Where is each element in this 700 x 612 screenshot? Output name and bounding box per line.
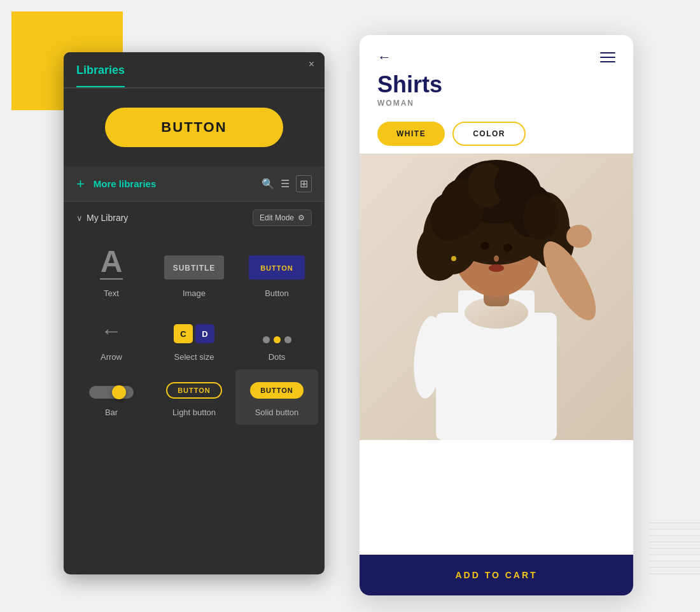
solid-button-item-label: Solid button — [255, 408, 299, 417]
size-boxes: C D — [174, 324, 214, 343]
arrow-symbol: ← — [101, 318, 122, 343]
list-view-icon[interactable]: ☰ — [281, 178, 290, 190]
library-item-image[interactable]: SUBTITLE Image — [153, 234, 235, 306]
library-item-text[interactable]: A Text — [70, 234, 153, 306]
button-item-label: Button — [265, 288, 289, 298]
library-item-bar[interactable]: Bar — [70, 369, 153, 425]
bar-item-label: Bar — [105, 408, 118, 417]
library-item-arrow[interactable]: ← Arrow — [70, 306, 153, 369]
dots-wrapper — [263, 336, 291, 343]
size-c-box: C — [174, 324, 193, 343]
add-to-cart-label: ADD TO CART — [455, 570, 537, 580]
panel-header: Libraries × — [64, 52, 325, 89]
toolbar-row: + More libraries 🔍 ☰ ⊞ — [64, 166, 325, 202]
svg-point-15 — [494, 164, 530, 204]
library-item-dots[interactable]: Dots — [235, 306, 318, 369]
button-preview-area: BUTTON — [64, 89, 325, 166]
libraries-tab[interactable]: Libraries — [76, 64, 125, 87]
subtitle-text: SUBTITLE — [173, 264, 216, 273]
close-icon[interactable]: × — [309, 59, 314, 70]
app-preview: ← Shirts WOMAN WHITE COLOR — [360, 35, 633, 595]
grid-view-icon[interactable]: ⊞ — [296, 175, 312, 192]
subtitle-box: SUBTITLE — [164, 255, 225, 280]
library-item-button[interactable]: BUTTON Button — [235, 234, 318, 306]
arrow-icon: ← — [101, 318, 122, 343]
select-size-item-label: Select size — [174, 352, 214, 362]
button-comp-icon: BUTTON — [249, 255, 305, 280]
bar-track — [89, 386, 134, 399]
toolbar-view-icons: 🔍 ☰ ⊞ — [262, 175, 312, 192]
app-title-section: Shirts WOMAN — [360, 72, 633, 114]
text-icon-wrapper: A — [100, 246, 123, 280]
svg-point-19 — [523, 194, 559, 240]
menu-line-2 — [600, 57, 615, 58]
product-subtitle: WOMAN — [377, 99, 615, 108]
dot-2 — [274, 336, 281, 343]
add-to-cart-bar[interactable]: ADD TO CART — [360, 555, 633, 595]
svg-point-18 — [430, 193, 468, 241]
image-item-label: Image — [183, 288, 206, 298]
libraries-panel: Libraries × BUTTON + More libraries 🔍 ☰ … — [64, 52, 325, 574]
library-item-light-button[interactable]: BUTTON Light button — [153, 369, 235, 425]
light-button-item-label: Light button — [172, 408, 216, 417]
library-grid: A Text SUBTITLE Image BUTTON Button — [64, 234, 325, 425]
chevron-icon: ∨ — [76, 213, 83, 223]
menu-line-1 — [600, 52, 615, 53]
svg-rect-2 — [436, 313, 557, 440]
filter-white-button[interactable]: WHITE — [377, 122, 445, 146]
text-underline — [100, 278, 123, 280]
search-icon[interactable]: 🔍 — [262, 178, 274, 190]
select-size-icon: C D — [174, 324, 214, 343]
product-image-container — [360, 153, 633, 440]
menu-icon[interactable] — [600, 52, 615, 62]
menu-line-3 — [600, 61, 615, 62]
gear-icon: ⚙ — [298, 213, 305, 222]
library-item-solid-button[interactable]: BUTTON Solid button — [235, 369, 318, 425]
product-model-image — [360, 153, 633, 440]
light-btn-preview: BUTTON — [166, 382, 222, 399]
product-title: Shirts — [377, 72, 615, 97]
edit-mode-label: Edit Mode — [260, 213, 294, 222]
add-library-icon[interactable]: + — [76, 176, 85, 192]
light-button-icon: BUTTON — [166, 382, 222, 399]
filter-row: WHITE COLOR — [360, 114, 633, 153]
svg-point-21 — [503, 244, 512, 252]
button-comp-text: BUTTON — [260, 264, 293, 272]
text-letter-a: A — [101, 246, 123, 277]
size-d-box: D — [195, 324, 214, 343]
decorative-lines — [649, 510, 700, 587]
svg-point-22 — [494, 255, 499, 262]
bar-icon — [89, 386, 134, 399]
edit-mode-button[interactable]: Edit Mode ⚙ — [253, 210, 312, 226]
library-name-text: My Library — [87, 213, 128, 223]
text-item-label: Text — [104, 288, 119, 298]
filter-color-button[interactable]: COLOR — [452, 122, 526, 146]
dots-icon — [263, 336, 291, 343]
subtitle-icon: SUBTITLE — [164, 255, 225, 280]
svg-point-24 — [451, 256, 456, 261]
main-preview-button[interactable]: BUTTON — [105, 108, 283, 147]
svg-point-20 — [480, 242, 489, 250]
text-icon: A — [100, 246, 123, 280]
dots-item-label: Dots — [269, 352, 286, 362]
dot-3 — [284, 336, 291, 343]
more-libraries-button[interactable]: More libraries — [94, 178, 253, 189]
library-item-select-size[interactable]: C D Select size — [153, 306, 235, 369]
my-library-row: ∨ My Library Edit Mode ⚙ — [64, 202, 325, 234]
back-icon[interactable]: ← — [377, 49, 391, 66]
solid-button-icon: BUTTON — [250, 382, 304, 399]
solid-btn-preview: BUTTON — [250, 382, 304, 399]
dot-1 — [263, 336, 270, 343]
app-header: ← — [360, 35, 633, 72]
svg-point-23 — [489, 264, 504, 272]
button-comp-box: BUTTON — [249, 255, 305, 280]
arrow-item-label: Arrow — [101, 352, 122, 362]
bar-knob — [112, 385, 126, 399]
svg-point-26 — [566, 225, 592, 248]
my-library-label: ∨ My Library — [76, 213, 128, 223]
